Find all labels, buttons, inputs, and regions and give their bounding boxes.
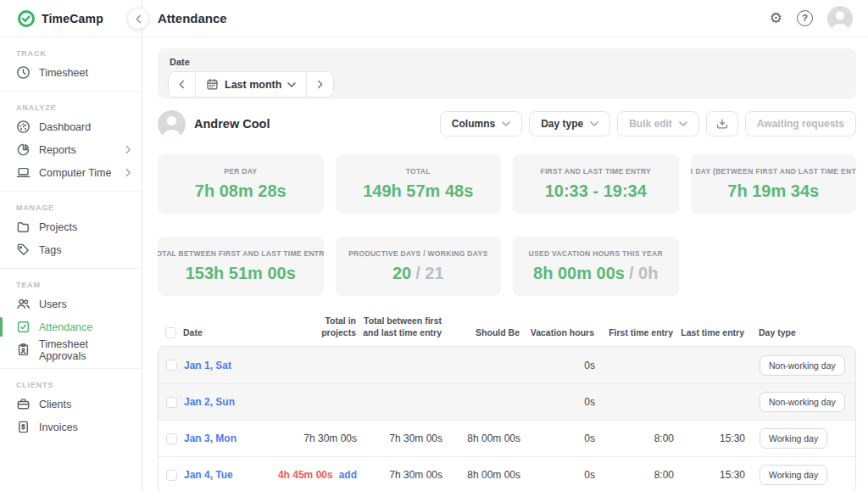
bulk-edit-button[interactable]: Bulk edit — [617, 111, 699, 137]
sidebar-item-timesheet[interactable]: Timesheet — [0, 61, 142, 84]
sidebar-section-clients: CLIENTS Clients Invoices — [0, 369, 142, 445]
section-label-track: TRACK — [16, 49, 142, 58]
total-in-projects-value: 4h 45m 00s — [278, 469, 333, 481]
select-all-checkbox[interactable] — [165, 327, 176, 338]
last-time-entry-value: 15:30 — [674, 432, 745, 444]
sidebar-item-attendance[interactable]: Attendance — [0, 315, 142, 338]
table-row: Jan 2, Sun 0s Non-working day — [159, 383, 855, 420]
chevron-down-icon — [590, 121, 598, 126]
chevron-right-icon — [125, 145, 131, 154]
stats-cards: PER DAY 7h 08m 28s TOTAL 149h 57m 48s FI… — [158, 154, 856, 296]
day-type-badge[interactable]: Working day — [760, 465, 827, 485]
table-header: Date Total in projects Total between fir… — [158, 315, 856, 346]
selected-date-range: Last month — [225, 79, 281, 91]
column-header-day-type: Day type — [744, 327, 856, 339]
help-icon[interactable]: ? — [797, 10, 813, 26]
sidebar-item-timesheet-approvals[interactable]: Timesheet Approvals — [0, 338, 142, 361]
sidebar-item-invoices[interactable]: Invoices — [0, 416, 142, 438]
user-name: Andrew Cool — [194, 117, 270, 131]
day-type-button[interactable]: Day type — [529, 111, 610, 137]
export-button[interactable] — [706, 111, 738, 137]
should-be-value: 8h 00m 00s — [442, 469, 520, 481]
sidebar-item-label: Clients — [39, 399, 71, 410]
columns-button[interactable]: Columns — [440, 111, 522, 137]
dashboard-gauge-icon — [16, 120, 31, 134]
section-label-analyze: ANALYZE — [16, 103, 142, 112]
column-header-should-be: Should Be — [442, 327, 520, 339]
date-filter-label: Date — [170, 57, 846, 67]
total-between-value: 7h 30m 00s — [357, 469, 442, 481]
stat-card-total: TOTAL 149h 57m 48s — [336, 154, 502, 214]
sidebar-item-dashboard[interactable]: Dashboard — [0, 115, 142, 138]
date-link[interactable]: Jan 2, Sun — [184, 396, 235, 408]
day-type-badge[interactable]: Non-working day — [760, 392, 845, 412]
sidebar-item-tags[interactable]: Tags — [0, 238, 142, 261]
vacation-hours-value: 0s — [520, 396, 595, 408]
sidebar-collapse-button[interactable] — [127, 8, 149, 30]
date-link[interactable]: Jan 4, Tue — [184, 469, 233, 481]
sidebar-item-computer-time[interactable]: Computer Time — [0, 161, 142, 184]
stat-card-total-between: TOTAL BETWEEN FIRST AND LAST TIME ENTRY … — [158, 237, 324, 296]
day-type-badge[interactable]: Non-working day — [760, 355, 845, 376]
table-row: Jan 4, Tue 4h 45m 00sadd 7h 30m 00s 8h 0… — [159, 456, 855, 491]
chevron-right-icon — [125, 168, 131, 177]
users-icon — [16, 297, 31, 311]
timecamp-app: TimeCamp TRACK Timesheet ANALYZE Dashboa… — [0, 0, 868, 491]
sidebar-item-label: Tags — [39, 244, 61, 256]
sidebar-item-label: Invoices — [39, 421, 78, 433]
date-link[interactable]: Jan 1, Sat — [184, 360, 231, 371]
chevron-down-icon — [502, 121, 510, 126]
settings-gear-icon[interactable]: ⚙ — [770, 11, 782, 25]
section-label-clients: CLIENTS — [16, 381, 142, 389]
add-time-link[interactable]: add — [339, 469, 357, 481]
sidebar-item-clients[interactable]: Clients — [0, 393, 142, 416]
sidebar: TimeCamp TRACK Timesheet ANALYZE Dashboa… — [0, 0, 142, 491]
sidebar-item-label: Reports — [39, 144, 76, 156]
stat-card-productive-days: PRODUCTIVE DAYS / WORKING DAYS 20/ 21 — [336, 237, 502, 296]
sidebar-item-reports[interactable]: Reports — [0, 138, 142, 161]
pie-chart-icon — [16, 142, 31, 157]
total-between-value: 7h 30m 00s — [357, 432, 442, 444]
brand-logo[interactable]: TimeCamp — [0, 0, 142, 37]
user-bar: Andrew Cool Columns Day type Bulk edit — [158, 109, 856, 138]
row-checkbox[interactable] — [166, 397, 177, 408]
vacation-hours-value: 0s — [520, 432, 595, 444]
page-title: Attendance — [158, 11, 227, 25]
sidebar-item-label: Dashboard — [39, 121, 91, 133]
sidebar-item-label: Users — [39, 299, 67, 310]
sidebar-section-analyze: ANALYZE Dashboard Reports Computer Time — [0, 92, 142, 192]
next-period-button[interactable] — [307, 72, 333, 97]
calendar-icon — [206, 78, 219, 91]
awaiting-requests-button[interactable]: Awaiting requests — [745, 111, 856, 137]
column-header-first-time-entry: First time entry — [594, 327, 673, 339]
chevron-down-icon — [287, 82, 296, 87]
row-checkbox[interactable] — [166, 360, 177, 371]
should-be-value: 8h 00m 00s — [442, 432, 520, 444]
table-row: Jan 1, Sat 0s Non-working day — [159, 347, 855, 383]
section-label-manage: MANAGE — [16, 204, 142, 212]
tag-icon — [16, 243, 31, 257]
row-checkbox[interactable] — [166, 433, 177, 444]
chevron-down-icon — [679, 121, 687, 126]
row-checkbox[interactable] — [166, 470, 177, 481]
sidebar-item-label: Attendance — [39, 321, 92, 333]
toolbar: Columns Day type Bulk edit Awaiting requ… — [440, 111, 856, 137]
date-filter-bar: Date Last month — [158, 48, 856, 99]
vacation-hours-value: 0s — [520, 469, 595, 481]
sidebar-item-projects[interactable]: Projects — [0, 215, 142, 238]
date-range-dropdown[interactable]: Last month — [196, 72, 307, 97]
first-time-entry-value: 8:00 — [595, 469, 674, 481]
attendance-content: Date Last month Andrew Cool — [142, 37, 868, 491]
vacation-hours-value: 0s — [520, 360, 595, 371]
sidebar-section-team: TEAM Users Attendance Timesheet Approval… — [0, 269, 142, 369]
stat-card-used-vacation: USED VACATION HOURS THIS YEAR 8h 00m 00s… — [513, 237, 679, 296]
column-header-last-time-entry: Last time entry — [673, 327, 744, 339]
day-type-badge[interactable]: Working day — [760, 428, 827, 449]
section-label-team: TEAM — [16, 281, 142, 289]
column-header-vacation-hours: Vacation hours — [520, 327, 594, 339]
top-header: Attendance ⚙ ? — [142, 0, 868, 37]
previous-period-button[interactable] — [169, 72, 196, 97]
sidebar-item-users[interactable]: Users — [0, 293, 142, 315]
account-avatar[interactable] — [827, 6, 853, 31]
date-link[interactable]: Jan 3, Mon — [184, 432, 236, 444]
